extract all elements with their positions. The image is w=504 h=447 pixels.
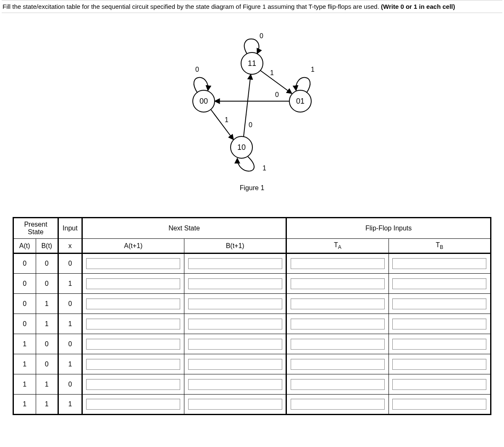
tb-input[interactable]	[392, 278, 486, 289]
ta-input[interactable]	[291, 379, 385, 390]
tb-input[interactable]	[392, 379, 486, 390]
cell-a: 1	[13, 354, 36, 374]
edge-label-00-to-10: 1	[225, 116, 228, 123]
an-input[interactable]	[86, 278, 180, 289]
an-input[interactable]	[86, 379, 180, 390]
cell-an	[82, 254, 184, 274]
cell-a: 0	[13, 254, 36, 274]
cell-ta	[286, 334, 388, 354]
hdr-b: B(t)	[36, 239, 58, 254]
cell-b: 0	[36, 254, 58, 274]
ta-input[interactable]	[291, 258, 385, 269]
hdr-present: Present State	[13, 218, 58, 239]
cell-x: 0	[58, 334, 82, 354]
an-input[interactable]	[86, 339, 180, 350]
instruction-bar: Fill the state/excitation table for the …	[2, 0, 502, 13]
state-label-10: 10	[237, 143, 246, 152]
edge-label-10-to-11: 0	[249, 121, 252, 128]
cell-ta	[286, 395, 388, 415]
tb-input[interactable]	[392, 359, 486, 370]
cell-ta	[286, 254, 388, 274]
hdr-a: A(t)	[13, 239, 36, 254]
table-row: 111	[13, 395, 491, 415]
bn-input[interactable]	[188, 298, 282, 309]
table-row: 110	[13, 374, 491, 395]
cell-tb	[388, 334, 491, 354]
hdr-input: Input	[58, 218, 82, 239]
bn-input[interactable]	[188, 359, 282, 370]
state-label-11: 11	[248, 59, 256, 68]
bn-input[interactable]	[188, 399, 282, 410]
svg-line-3	[260, 71, 292, 94]
state-diagram-svg: 00 0 01 1 11 0 10 1 00 --> 0 10 --> 1 11…	[160, 30, 344, 181]
ta-input[interactable]	[291, 278, 385, 289]
ta-input[interactable]	[291, 399, 385, 410]
cell-bn	[184, 274, 286, 294]
cell-bn	[184, 294, 286, 314]
hdr-x: x	[58, 239, 82, 254]
bn-input[interactable]	[188, 319, 282, 329]
tb-input[interactable]	[392, 399, 486, 410]
ta-input[interactable]	[291, 359, 385, 370]
cell-b: 1	[36, 395, 58, 415]
state-diagram: 00 0 01 1 11 0 10 1 00 --> 0 10 --> 1 11…	[0, 13, 504, 209]
cell-an	[82, 314, 184, 334]
bn-input[interactable]	[188, 339, 282, 350]
tb-input[interactable]	[392, 339, 486, 350]
tb-input[interactable]	[392, 258, 486, 269]
hdr-tb: TB	[388, 239, 491, 254]
an-input[interactable]	[86, 359, 180, 370]
cell-bn	[184, 334, 286, 354]
an-input[interactable]	[86, 298, 180, 309]
ta-input[interactable]	[291, 339, 385, 350]
bn-input[interactable]	[188, 278, 282, 289]
table-row: 011	[13, 314, 491, 334]
an-input[interactable]	[86, 319, 180, 329]
cell-an	[82, 274, 184, 294]
cell-a: 0	[13, 314, 36, 334]
edge-label-00-loop: 0	[195, 66, 199, 73]
cell-b: 1	[36, 374, 58, 395]
cell-tb	[388, 294, 491, 314]
hdr-next: Next State	[82, 218, 286, 239]
cell-ta	[286, 274, 388, 294]
cell-x: 0	[58, 294, 82, 314]
cell-tb	[388, 254, 491, 274]
cell-bn	[184, 354, 286, 374]
cell-b: 1	[36, 314, 58, 334]
ta-input[interactable]	[291, 298, 385, 309]
cell-an	[82, 354, 184, 374]
cell-x: 1	[58, 274, 82, 294]
cell-an	[82, 395, 184, 415]
cell-ta	[286, 314, 388, 334]
edge-label-10-loop: 1	[262, 165, 266, 172]
bn-input[interactable]	[188, 258, 282, 269]
cell-bn	[184, 254, 286, 274]
cell-x: 1	[58, 354, 82, 374]
an-input[interactable]	[86, 399, 180, 410]
table-row: 101	[13, 354, 491, 374]
tb-input[interactable]	[392, 298, 486, 309]
hdr-ff: Flip-Flop Inputs	[286, 218, 491, 239]
table-row: 000	[13, 254, 491, 274]
bn-input[interactable]	[188, 379, 282, 390]
edge-label-01-to-00: 0	[275, 91, 279, 98]
state-label-00: 00	[200, 97, 208, 105]
cell-tb	[388, 395, 491, 415]
state-label-01: 01	[296, 97, 304, 105]
cell-bn	[184, 314, 286, 334]
cell-tb	[388, 314, 491, 334]
an-input[interactable]	[86, 258, 180, 269]
cell-x: 0	[58, 374, 82, 395]
edge-label-11-to-01: 1	[270, 69, 274, 76]
cell-a: 1	[13, 334, 36, 354]
ta-input[interactable]	[291, 319, 385, 329]
tb-input[interactable]	[392, 319, 486, 329]
cell-a: 1	[13, 395, 36, 415]
edge-label-11-loop: 0	[260, 32, 263, 39]
cell-b: 0	[36, 334, 58, 354]
cell-bn	[184, 395, 286, 415]
instruction-text: Fill the state/excitation table for the …	[3, 3, 381, 10]
cell-x: 1	[58, 314, 82, 334]
cell-an	[82, 294, 184, 314]
